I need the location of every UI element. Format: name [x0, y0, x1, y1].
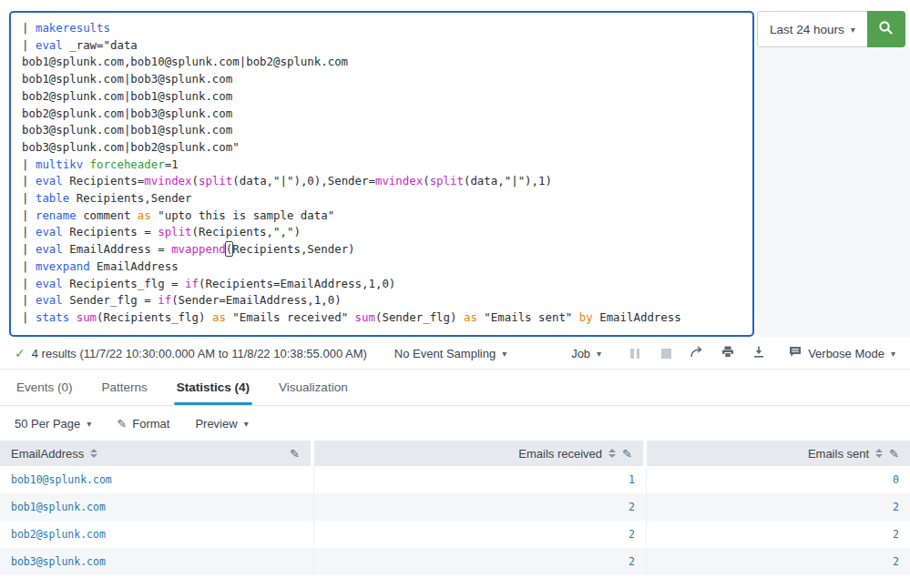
tab-events-label: Events (0): [16, 380, 73, 394]
chevron-down-icon: ▾: [244, 419, 249, 429]
cell-emails-received: 1: [314, 466, 647, 493]
sort-icon: [90, 449, 97, 458]
event-sampling-dropdown[interactable]: No Event Sampling ▾: [394, 347, 506, 360]
table-row: bob3@splunk.com 2 2: [0, 548, 910, 575]
cell-emailaddress: bob2@splunk.com: [0, 521, 314, 548]
value-link[interactable]: 2: [629, 528, 635, 541]
tab-patterns-label: Patterns: [102, 380, 148, 394]
query-line: bob1@splunk.com,bob10@splunk.com|bob2@sp…: [22, 54, 745, 71]
query-line: | eval Recipients = split(Recipients,","…: [22, 224, 745, 241]
verbose-mode-label: Verbose Mode: [808, 347, 884, 360]
cell-emails-sent: 2: [647, 521, 910, 548]
query-line: | eval Recipients=mvindex(split(data,"|"…: [22, 173, 745, 190]
search-icon: [877, 19, 895, 39]
query-line: | eval EmailAddress = mvappend(Recipient…: [22, 241, 745, 259]
query-line: bob2@splunk.com|bob1@splunk.com: [22, 88, 745, 106]
verbose-mode-icon: [789, 346, 808, 360]
splunk-search-page: | makeresults| eval _raw="databob1@splun…: [0, 0, 910, 588]
column-header-emails-sent[interactable]: Emails sent ✎: [647, 441, 910, 466]
per-page-dropdown[interactable]: 50 Per Page ▾: [15, 417, 91, 431]
value-link[interactable]: 2: [893, 501, 899, 513]
email-link[interactable]: bob2@splunk.com: [11, 528, 106, 541]
result-count-text: 4 results (11/7/22 10:30:00.000 AM to 11…: [32, 347, 367, 360]
table-header-row: EmailAddress ✎ Emails received ✎ Emails …: [0, 441, 910, 466]
header-background: [757, 47, 910, 337]
tab-statistics[interactable]: Statistics (4): [177, 370, 250, 405]
cell-emailaddress: bob3@splunk.com: [0, 548, 314, 575]
edit-column-icon[interactable]: ✎: [290, 447, 300, 461]
pause-button[interactable]: [625, 343, 645, 363]
sort-icon: [608, 449, 616, 458]
query-line: | rename comment as "upto this is sample…: [22, 208, 745, 225]
query-line: | eval Sender_flg = if(Sender=EmailAddre…: [22, 292, 745, 309]
download-icon: [752, 346, 765, 360]
column-header-emails-received[interactable]: Emails received ✎: [314, 441, 647, 466]
cell-emails-received: 2: [314, 493, 647, 521]
edit-column-icon[interactable]: ✎: [889, 447, 899, 461]
email-link[interactable]: bob10@splunk.com: [11, 473, 112, 486]
tab-statistics-label: Statistics (4): [177, 380, 250, 394]
column-label: EmailAddress: [11, 447, 84, 461]
query-line: bob3@splunk.com|bob1@splunk.com: [22, 122, 745, 139]
print-button[interactable]: [718, 343, 738, 363]
search-mode-dropdown[interactable]: Verbose Mode ▾: [789, 346, 895, 360]
event-sampling-label: No Event Sampling: [394, 347, 496, 360]
cell-emails-received: 2: [314, 548, 647, 575]
stop-button[interactable]: [656, 343, 676, 363]
chevron-down-icon: ▾: [891, 349, 895, 359]
search-header: | makeresults| eval _raw="databob1@splun…: [0, 0, 910, 338]
cell-emailaddress: bob10@splunk.com: [0, 466, 314, 493]
search-query-editor[interactable]: | makeresults| eval _raw="databob1@splun…: [9, 11, 754, 337]
value-link[interactable]: 1: [629, 473, 635, 486]
edit-column-icon[interactable]: ✎: [622, 447, 632, 461]
query-line: | mvexpand EmailAddress: [22, 259, 745, 276]
tab-visualization[interactable]: Visualization: [279, 370, 348, 405]
job-menu[interactable]: Job ▾: [571, 347, 601, 360]
email-link[interactable]: bob1@splunk.com: [11, 501, 106, 513]
pencil-icon: ✎: [117, 417, 127, 431]
chevron-down-icon: ▾: [502, 349, 506, 359]
cell-emails-sent: 2: [647, 548, 910, 575]
column-header-emailaddress[interactable]: EmailAddress ✎: [0, 441, 314, 466]
query-line: bob2@splunk.com|bob3@splunk.com: [22, 106, 745, 123]
query-line: bob3@splunk.com|bob2@splunk.com": [22, 139, 745, 157]
tab-patterns[interactable]: Patterns: [102, 370, 148, 405]
time-range-label: Last 24 hours: [770, 23, 844, 36]
tab-visualization-label: Visualization: [279, 380, 348, 394]
table-row: bob10@splunk.com 1 0: [0, 466, 910, 493]
tab-events[interactable]: Events (0): [16, 370, 73, 405]
query-line: | eval _raw="data: [22, 37, 745, 55]
search-button[interactable]: [867, 11, 905, 47]
share-button[interactable]: [687, 343, 707, 363]
value-link[interactable]: 0: [893, 473, 899, 486]
column-label: Emails sent: [808, 447, 869, 461]
value-link[interactable]: 2: [893, 528, 899, 541]
stop-icon: [661, 349, 671, 359]
format-label: Format: [132, 417, 169, 431]
value-link[interactable]: 2: [893, 555, 899, 568]
chevron-down-icon: ▾: [851, 25, 855, 35]
format-button[interactable]: ✎ Format: [117, 417, 169, 431]
query-line: | makeresults: [22, 20, 745, 37]
time-range-picker[interactable]: Last 24 hours ▾: [757, 11, 867, 47]
query-line: | table Recipients,Sender: [22, 190, 745, 208]
table-controls: 50 Per Page ▾ ✎ Format Preview ▾: [0, 406, 910, 441]
cell-emails-received: 2: [314, 521, 647, 548]
query-line: | stats sum(Recipients_flg) as "Emails r…: [22, 309, 745, 327]
query-line: | multikv forceheader=1: [22, 157, 745, 174]
query-line: | eval Recipients_flg = if(Recipients=Em…: [22, 276, 745, 293]
results-bar-actions: Job ▾: [571, 343, 895, 363]
query-line: bob1@splunk.com|bob3@splunk.com: [22, 71, 745, 88]
email-link[interactable]: bob3@splunk.com: [11, 555, 106, 568]
results-tabs: Events (0) Patterns Statistics (4) Visua…: [0, 369, 910, 406]
preview-dropdown[interactable]: Preview ▾: [195, 417, 248, 431]
cell-emailaddress: bob1@splunk.com: [0, 493, 314, 521]
value-link[interactable]: 2: [629, 501, 635, 513]
export-button[interactable]: [749, 343, 769, 363]
chevron-down-icon: ▾: [87, 419, 91, 429]
print-icon: [721, 346, 734, 360]
success-check-icon: ✓: [15, 346, 26, 360]
results-bar: ✓ 4 results (11/7/22 10:30:00.000 AM to …: [0, 338, 910, 369]
value-link[interactable]: 2: [629, 555, 635, 568]
share-icon: [690, 346, 704, 360]
